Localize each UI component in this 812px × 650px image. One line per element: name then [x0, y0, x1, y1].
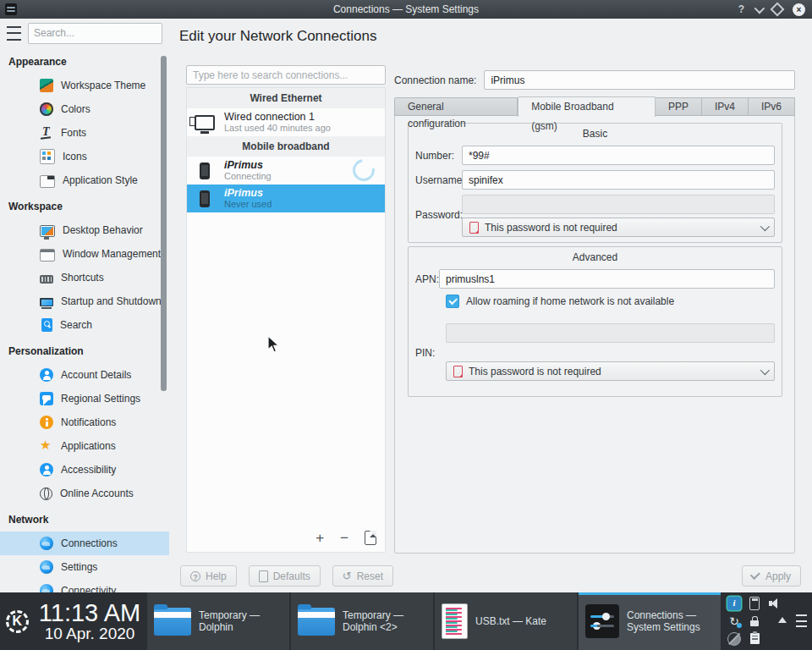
sidebar-item-colors[interactable]: Colors: [0, 97, 169, 121]
titlebar[interactable]: Connections — System Settings ? ×: [0, 0, 812, 19]
remove-connection-button[interactable]: −: [340, 531, 348, 545]
icon-grid-icon: [40, 149, 55, 164]
connection-row-wired-1[interactable]: Wired connection 1 Last used 40 minutes …: [187, 108, 385, 136]
network-status-icon[interactable]: [727, 632, 741, 646]
scrollbar-thumb[interactable]: [161, 56, 167, 391]
sidebar-item-connectivity[interactable]: Connectivity: [0, 579, 169, 592]
advanced-extra-input[interactable]: [446, 323, 775, 343]
pin-not-required-icon: [453, 366, 463, 377]
basic-groupbox: Basic Number: Username:: [408, 123, 782, 243]
globe-icon: [40, 488, 52, 500]
pin-store-dropdown[interactable]: This password is not required: [446, 361, 775, 381]
sidebar-item-accessibility[interactable]: Accessibility: [0, 458, 169, 482]
apply-button[interactable]: Apply: [742, 565, 801, 587]
close-icon[interactable]: ×: [793, 3, 805, 16]
star-icon: [40, 439, 53, 453]
reset-button[interactable]: ↺ Reset: [332, 565, 393, 587]
help-button-icon[interactable]: ?: [738, 4, 744, 14]
connection-editor: Connection name: General configuration M…: [394, 70, 795, 554]
sidebar-item-connections[interactable]: Connections: [0, 532, 169, 555]
sidebar-item-regional-settings[interactable]: Regional Settings: [0, 387, 169, 410]
connection-row-iprimus-selected[interactable]: iPrimus Never used: [187, 185, 385, 212]
tab-general-configuration[interactable]: General configuration: [394, 97, 518, 116]
keyboard-icon: [40, 275, 53, 284]
apn-input[interactable]: [439, 269, 775, 289]
software-updates-icon[interactable]: ↻: [727, 614, 741, 628]
system-settings-window: Appearance Workspace Theme Colors Fonts …: [0, 19, 812, 592]
sidebar-section-workspace: Workspace: [0, 192, 169, 218]
help-button[interactable]: ? Help: [180, 565, 237, 587]
sidebar-item-icons[interactable]: Icons: [0, 145, 169, 168]
clock-time: 11:13 AM: [39, 600, 140, 625]
sidebar-item-notifications[interactable]: Notifications: [0, 410, 169, 434]
group-header-mobile: Mobile broadband: [187, 136, 385, 157]
sidebar-item-desktop-behavior[interactable]: Desktop Behavior: [0, 218, 169, 242]
tray-expand-arrow-icon[interactable]: [778, 613, 787, 623]
sidebar-item-window-management[interactable]: Window Management: [0, 242, 169, 266]
modem-phone-icon: [200, 190, 210, 207]
maximize-icon[interactable]: [771, 3, 785, 17]
workspace-theme-icon: [40, 79, 53, 92]
tab-mobile-broadband-gsm[interactable]: Mobile Broadband (gsm): [518, 96, 656, 117]
lock-icon[interactable]: [750, 620, 759, 626]
digital-clock[interactable]: 11:13 AM 10 Apr. 2020: [34, 592, 145, 650]
sidebar-item-search[interactable]: Search: [0, 313, 169, 337]
sidebar-item-account-details[interactable]: Account Details: [0, 363, 169, 387]
sidebar-item-fonts[interactable]: Fonts: [0, 121, 169, 145]
connections-globe-icon: [40, 537, 53, 550]
color-wheel-icon: [40, 102, 53, 116]
volume-icon[interactable]: [768, 597, 782, 610]
screen: Connections — System Settings ? × Appear…: [0, 0, 812, 650]
sidebar-item-shortcuts[interactable]: Shortcuts: [0, 266, 169, 289]
system-settings-icon: [5, 3, 17, 15]
sidebar-item-startup-shutdown[interactable]: Startup and Shutdown: [0, 289, 169, 313]
tab-content: Basic Number: Username:: [394, 115, 795, 554]
application-launcher[interactable]: [0, 592, 34, 650]
username-input[interactable]: [462, 170, 775, 190]
pin-label: PIN:: [415, 347, 462, 359]
help-icon: ?: [190, 571, 200, 581]
shade-icon[interactable]: [754, 3, 765, 14]
application-style-icon: [40, 175, 55, 188]
desktop-behavior-icon: [40, 225, 55, 237]
info-tray-icon[interactable]: [727, 597, 741, 610]
connection-row-iprimus-connecting[interactable]: iPrimus Connecting: [187, 157, 385, 185]
hamburger-menu-icon[interactable]: [7, 26, 21, 41]
editor-tabs: General configuration Mobile Broadband (…: [394, 96, 795, 116]
task-dolphin-1[interactable]: Temporary — Dolphin: [147, 592, 289, 650]
advanced-group-title: Advanced: [409, 247, 782, 263]
task-kate[interactable]: USB.txt — Kate: [435, 592, 577, 650]
apn-label: APN:: [415, 273, 439, 285]
task-system-settings[interactable]: Connections — System Settings: [579, 592, 721, 650]
sidebar: Appearance Workspace Theme Colors Fonts …: [0, 19, 169, 592]
speech-bubble-icon: [40, 392, 53, 405]
sidebar-item-applications[interactable]: Applications: [0, 434, 169, 458]
sidebar-item-online-accounts[interactable]: Online Accounts: [0, 482, 169, 505]
sidebar-search-input[interactable]: [28, 23, 162, 44]
clipboard-icon[interactable]: [750, 633, 760, 644]
add-connection-button[interactable]: +: [315, 531, 324, 545]
tab-ipv4[interactable]: IPv4: [702, 97, 749, 116]
sidebar-item-application-style[interactable]: Application Style: [0, 168, 169, 192]
sidebar-scrollbar[interactable]: [161, 49, 167, 592]
password-not-required-icon: [469, 222, 479, 234]
defaults-button[interactable]: Defaults: [249, 565, 321, 587]
task-dolphin-2[interactable]: Temporary — Dolphin <2>: [291, 592, 433, 650]
password-input[interactable]: [462, 195, 775, 214]
tab-ppp[interactable]: PPP: [656, 97, 702, 116]
device-notifier-icon[interactable]: [749, 597, 760, 610]
export-connection-icon[interactable]: [365, 531, 376, 545]
reset-undo-icon: ↺: [343, 570, 352, 581]
number-input[interactable]: [462, 146, 775, 165]
dolphin-folder-icon: [298, 608, 335, 636]
password-store-dropdown[interactable]: This password is not required: [462, 218, 775, 237]
sidebar-item-network-settings[interactable]: Settings: [0, 555, 169, 579]
advanced-groupbox: Advanced APN: Allow roaming if home netw…: [408, 246, 782, 397]
connection-name-input[interactable]: [484, 70, 795, 90]
chevron-down-icon: [760, 365, 770, 374]
tray-menu-icon[interactable]: [796, 614, 807, 627]
connection-search-input[interactable]: [186, 65, 386, 85]
sidebar-item-workspace-theme[interactable]: Workspace Theme: [0, 74, 169, 97]
tab-ipv6[interactable]: IPv6: [749, 97, 795, 116]
roaming-checkbox[interactable]: [446, 295, 459, 308]
